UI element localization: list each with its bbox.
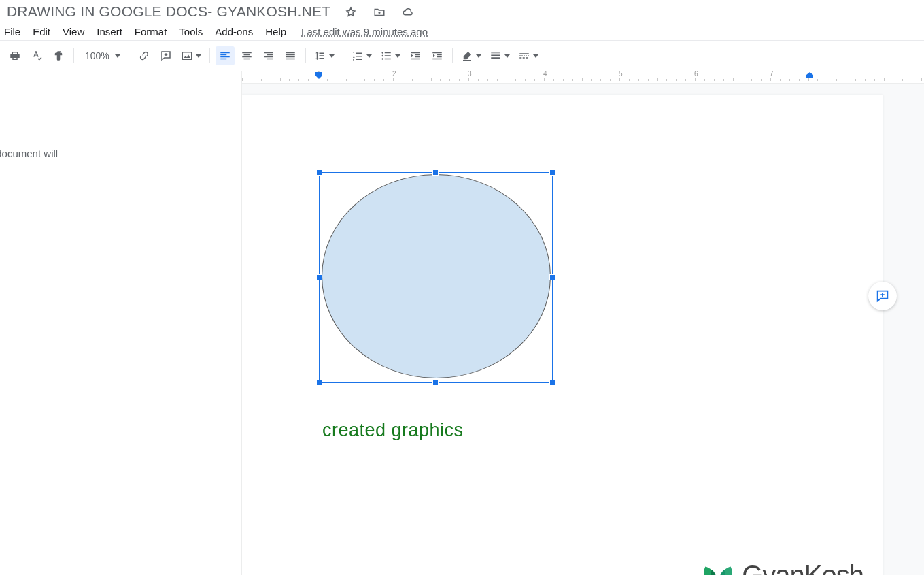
ruler-tick: [403, 79, 403, 81]
ruler-tick: [515, 79, 516, 81]
horizontal-ruler[interactable]: 1234567: [242, 71, 924, 84]
ruler-tick: [582, 78, 583, 81]
menu-view[interactable]: View: [63, 26, 84, 37]
ruler-label: 7: [770, 71, 774, 78]
menu-insert[interactable]: Insert: [97, 26, 122, 37]
menu-tools[interactable]: Tools: [179, 26, 203, 37]
decrease-indent-icon[interactable]: [406, 46, 425, 65]
ruler-tick: [676, 79, 677, 81]
cloud-status-icon[interactable]: [398, 3, 417, 22]
ruler-tick: [261, 79, 262, 81]
right-indent-marker[interactable]: [806, 72, 814, 84]
numbered-list-icon[interactable]: [349, 46, 375, 65]
ruler-label: 3: [468, 71, 472, 78]
spellcheck-icon[interactable]: [27, 46, 46, 65]
resize-handle-se[interactable]: [549, 380, 555, 386]
align-right-icon[interactable]: [259, 46, 278, 65]
ruler-tick: [289, 79, 290, 81]
align-left-icon[interactable]: [216, 46, 235, 65]
menu-file[interactable]: File: [4, 26, 20, 37]
resize-handle-w[interactable]: [316, 274, 322, 280]
zoom-select[interactable]: 100%: [80, 50, 123, 61]
title-action-icons: [340, 3, 417, 22]
resize-handle-sw[interactable]: [316, 380, 322, 386]
ruler-tick: [525, 79, 526, 81]
ruler-tick: [846, 78, 846, 81]
zoom-value: 100%: [85, 50, 109, 61]
border-color-icon[interactable]: [458, 46, 484, 65]
menu-addons[interactable]: Add-ons: [215, 26, 253, 37]
insert-link-icon[interactable]: [135, 46, 154, 65]
ruler-tick: [827, 79, 827, 81]
align-justify-icon[interactable]: [281, 46, 300, 65]
resize-handle-ne[interactable]: [549, 169, 555, 176]
watermark-title: GyanKosh: [742, 561, 863, 575]
ruler-tick: [893, 79, 893, 81]
ruler-tick: [799, 79, 800, 81]
last-edit-link[interactable]: Last edit was 9 minutes ago: [301, 26, 428, 37]
ruler-tick: [695, 78, 696, 81]
menu-edit[interactable]: Edit: [33, 26, 50, 37]
resize-handle-s[interactable]: [432, 380, 439, 386]
ruler-tick: [685, 79, 686, 81]
resize-handle-e[interactable]: [549, 274, 555, 280]
workspace: lings you add to the document will ar he…: [0, 71, 924, 575]
ruler-label: 2: [392, 71, 396, 78]
resize-handle-nw[interactable]: [316, 169, 322, 176]
ruler-tick: [487, 79, 488, 81]
ruler-tick: [751, 79, 752, 81]
paint-format-icon[interactable]: [49, 46, 68, 65]
ruler-tick: [874, 79, 875, 81]
menu-format[interactable]: Format: [135, 26, 167, 37]
ruler-tick: [865, 79, 866, 81]
ruler-tick: [714, 79, 715, 81]
chevron-down-icon: [533, 54, 538, 58]
ruler-tick: [912, 79, 912, 81]
title-bar: DRAWING IN GOOGLE DOCS- GYANKOSH.NET: [0, 0, 924, 22]
bulleted-list-icon[interactable]: [377, 46, 403, 65]
separator: [452, 48, 453, 63]
add-comment-fab[interactable]: [868, 282, 897, 310]
watermark-text: GyanKosh Learning Made Easy: [742, 561, 863, 575]
selection-box[interactable]: [319, 172, 553, 383]
increase-indent-icon[interactable]: [428, 46, 447, 65]
ruler-tick: [507, 78, 507, 81]
menu-help[interactable]: Help: [265, 26, 286, 37]
ruler-tick: [374, 79, 375, 81]
svg-point-3: [381, 58, 383, 59]
chevron-down-icon: [504, 54, 510, 58]
ruler-tick: [280, 78, 281, 81]
document-page[interactable]: created graphics GyanKosh Learning Made …: [242, 95, 883, 575]
ruler-tick: [855, 79, 856, 81]
print-icon[interactable]: [5, 46, 24, 65]
border-dash-icon[interactable]: [515, 46, 541, 65]
ruler-tick: [440, 79, 441, 81]
svg-rect-4: [315, 72, 322, 75]
ruler-tick: [383, 79, 384, 81]
ruler-tick: [572, 79, 573, 81]
resize-handle-n[interactable]: [432, 169, 439, 176]
ruler-tick: [666, 79, 667, 81]
move-folder-icon[interactable]: [370, 3, 389, 22]
ruler-tick: [252, 79, 252, 81]
border-weight-icon[interactable]: [487, 46, 513, 65]
gyankosh-leaf-icon: [697, 562, 739, 576]
ruler-tick: [619, 78, 620, 81]
star-icon[interactable]: [341, 3, 360, 22]
ruler-tick: [600, 79, 601, 81]
document-title[interactable]: DRAWING IN GOOGLE DOCS- GYANKOSH.NET: [4, 2, 333, 21]
chevron-down-icon: [329, 54, 335, 58]
insert-image-icon[interactable]: [178, 46, 204, 65]
separator: [73, 48, 74, 63]
ruler-tick: [242, 78, 243, 81]
left-indent-marker[interactable]: [315, 72, 323, 84]
ruler-tick: [629, 79, 630, 81]
ruler-tick: [412, 79, 413, 81]
ruler-tick: [610, 79, 611, 81]
align-center-icon[interactable]: [237, 46, 256, 65]
add-comment-icon[interactable]: [156, 46, 175, 65]
separator: [209, 48, 210, 63]
line-spacing-icon[interactable]: [311, 46, 337, 65]
canvas-area[interactable]: 1234567 created graphics: [242, 71, 924, 575]
outline-empty-message: lings you add to the document will ar he…: [0, 146, 221, 175]
